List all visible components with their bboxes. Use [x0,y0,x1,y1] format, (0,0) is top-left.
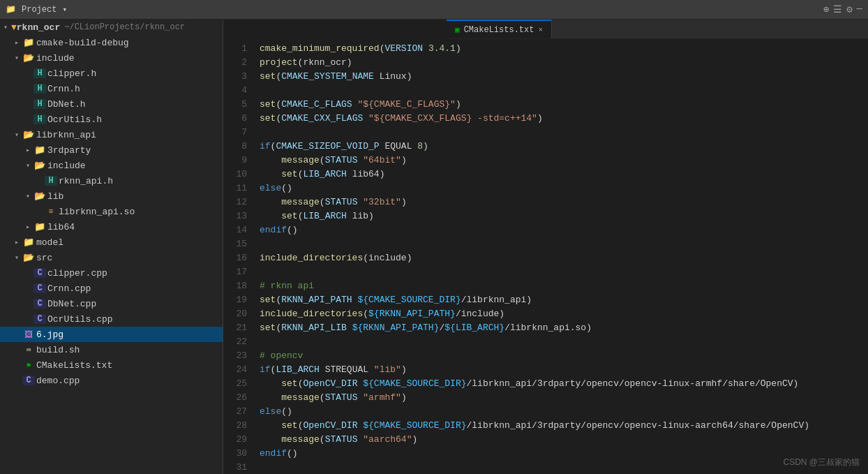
paren-token: ( [276,321,281,335]
cpp-icon: C [22,376,35,385]
h-icon: H [45,176,57,186]
paren-token: ) [537,112,543,126]
num-token: 8 [417,140,423,154]
sidebar-item-3rdparty[interactable]: ▸📁3rdparty [0,142,223,158]
code-line: message(STATUS "armhf") [260,391,868,405]
line-number: 26 [223,391,247,405]
line-number: 1 [223,42,247,56]
plain-token: /librknn_api [461,293,527,307]
code-line: else() [260,182,868,195]
cpp-icon: C [33,268,46,278]
sidebar-item-include-inner[interactable]: ▾📂include [0,158,223,173]
tab-bar: ▣ CMakeLists.txt × [447,20,868,39]
sidebar-item-cmake-build-debug[interactable]: ▸📁cmake-build-debug [0,35,223,50]
project-dropdown-icon[interactable]: ▾ [62,5,67,14]
sidebar-item-src[interactable]: ▾📂src [0,250,223,265]
paren-token: ( [363,307,368,321]
sidebar-item-DbNet.cpp[interactable]: CDbNet.cpp [0,296,223,311]
paren-token: ) [347,56,352,70]
arg-token: LIB_ARCH [303,209,346,223]
line-number: 12 [223,195,247,209]
fn-token: set [260,112,276,126]
code-line: else() [260,405,868,419]
tree-item-label: CMakeLists.txt [36,360,112,371]
plain-token: Linux [374,70,407,84]
line-number: 16 [223,251,247,265]
minimize-icon[interactable]: ─ [857,3,862,15]
code-line: set(RKNN_API_PATH ${CMAKE_SOURCE_DIR}/li… [260,293,868,307]
tree-arrow-icon: ▾ [22,161,33,170]
tree-arrow-icon: ▾ [11,131,22,139]
paren-token: ) [368,209,374,223]
line-number: 30 [223,447,247,461]
sidebar-item-build.sh[interactable]: ⌨build.sh [0,342,223,357]
paren-token: ( [320,154,325,168]
line-number: 17 [223,265,247,279]
arg-token: LIB_ARCH [276,363,319,377]
sidebar-item-DbNet.h[interactable]: HDbNet.h [0,96,223,112]
code-line: set(CMAKE_SYSTEM_NAME Linux) [260,70,868,84]
line-numbers: 1234567891011121314151617181920212223242… [223,42,254,474]
sidebar-item-Crnn.h[interactable]: HCrnn.h [0,81,223,96]
code-line: set(OpenCV_DIR ${CMAKE_SOURCE_DIR}/librk… [260,419,868,433]
sidebar-item-include-top[interactable]: ▾📂include [0,50,223,66]
tab-label: CMakeLists.txt [464,25,534,35]
main-content: ▾▼ rknn_ocr~/CLionProjects/rknn_ocr▸📁cma… [0,20,868,474]
sidebar-item-demo.cpp[interactable]: Cdemo.cpp [0,373,223,388]
fn-token: set [260,70,276,84]
comment-token: # rknn api [260,279,314,293]
sidebar-item-clipper.h[interactable]: Hclipper.h [0,66,223,81]
num-token: 3.4.1 [428,42,456,56]
code-line: set(CMAKE_CXX_FLAGS "${CMAKE_CXX_FLAGS} … [260,112,868,126]
tree-item-label: 6.jpg [36,329,63,340]
add-icon[interactable]: ⊕ [823,3,829,15]
arg-token: LIB_ARCH [303,168,346,182]
var-token: ${CMAKE_SOURCE_DIR} [363,377,466,391]
code-editor[interactable]: 1234567891011121314151617181920212223242… [223,39,868,474]
sidebar-item-rknn_ocr[interactable]: ▾▼ rknn_ocr~/CLionProjects/rknn_ocr [0,20,223,35]
sidebar-item-lib[interactable]: ▾📂lib [0,188,223,204]
layout-icon[interactable]: ☰ [833,3,842,15]
sidebar-item-librknn_api.so[interactable]: ≡librknn_api.so [0,204,223,219]
plain-token [357,195,363,209]
code-line [260,84,868,98]
sidebar-item-model[interactable]: ▸📁model [0,235,223,250]
kw-token: if [260,363,271,377]
paren-token: ( [276,98,281,112]
arg-token: OpenCV_DIR [303,419,357,433]
sidebar-item-Crnn.cpp[interactable]: CCrnn.cpp [0,281,223,296]
sidebar-item-OcrUtils.h[interactable]: HOcrUtils.h [0,112,223,127]
sidebar-item-librknn_api[interactable]: ▾📂librknn_api [0,127,223,142]
sidebar-item-rknn_api.h[interactable]: Hrknn_api.h [0,173,223,188]
fn-token: message [281,433,320,447]
tree-item-label: clipper.cpp [47,268,107,279]
sidebar-item-lib64[interactable]: ▸📁lib64 [0,219,223,235]
code-line: message(STATUS "aarch64") [260,433,868,447]
project-label[interactable]: Project [22,5,57,15]
sidebar-item-clipper.cpp[interactable]: Cclipper.cpp [0,265,223,281]
tree-item-label: librknn_api [36,130,96,140]
h-icon: H [33,114,46,124]
paren-token: () [281,182,292,195]
paren-token: ) [407,70,412,84]
str-token: "lib" [374,363,401,377]
plain-token [260,195,281,209]
tree-item-label: demo.cpp [36,376,80,386]
folder-icon: 📁 [33,221,46,232]
fn-token: include_directories [260,307,363,321]
line-number: 11 [223,182,247,195]
plain-token [363,112,368,126]
tab-cmake[interactable]: ▣ CMakeLists.txt × [447,20,552,38]
code-line [260,237,868,251]
code-line [260,265,868,279]
sidebar-item-OcrUtils.cpp[interactable]: COcrUtils.cpp [0,311,223,327]
sidebar-item-6.jpg[interactable]: 🖼6.jpg [0,327,223,342]
tree-item-label: DbNet.h [47,99,86,110]
folder-icon: 📂 [22,129,35,140]
line-number: 25 [223,377,247,391]
tab-close-button[interactable]: × [538,26,543,34]
sidebar-item-CMakeLists.txt[interactable]: ⚑CMakeLists.txt [0,357,223,373]
settings-icon[interactable]: ⚙ [846,3,852,15]
plain-token [260,391,281,405]
line-number: 3 [223,70,247,84]
